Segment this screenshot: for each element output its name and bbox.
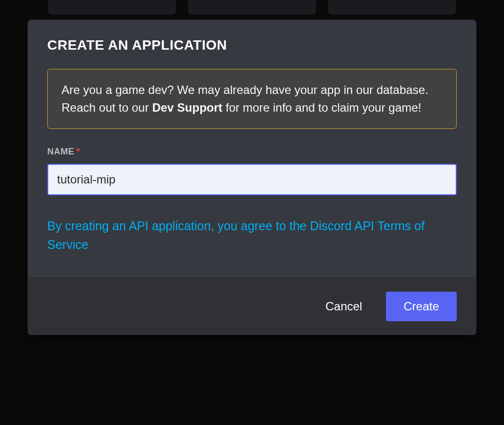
application-name-input[interactable] bbox=[47, 164, 457, 195]
game-dev-alert: Are you a game dev? We may already have … bbox=[47, 69, 457, 129]
name-label-text: NAME bbox=[47, 147, 74, 157]
tos-link[interactable]: By creating an API application, you agre… bbox=[47, 217, 457, 254]
modal-footer: Cancel Create bbox=[28, 277, 476, 335]
bg-card bbox=[48, 0, 176, 15]
dev-support-link[interactable]: Dev Support bbox=[152, 101, 222, 114]
modal-body: CREATE AN APPLICATION Are you a game dev… bbox=[28, 20, 476, 277]
bg-card bbox=[188, 0, 316, 15]
name-label: NAME * bbox=[47, 147, 457, 157]
alert-suffix: for more info and to claim your game! bbox=[222, 101, 421, 114]
modal-title: CREATE AN APPLICATION bbox=[47, 37, 457, 53]
cancel-button[interactable]: Cancel bbox=[315, 293, 372, 320]
background-cards bbox=[0, 0, 504, 20]
create-button[interactable]: Create bbox=[386, 292, 457, 321]
create-application-modal: CREATE AN APPLICATION Are you a game dev… bbox=[28, 20, 476, 335]
bg-card bbox=[328, 0, 456, 15]
required-asterisk: * bbox=[76, 147, 80, 157]
alert-text: Are you a game dev? We may already have … bbox=[62, 81, 442, 117]
